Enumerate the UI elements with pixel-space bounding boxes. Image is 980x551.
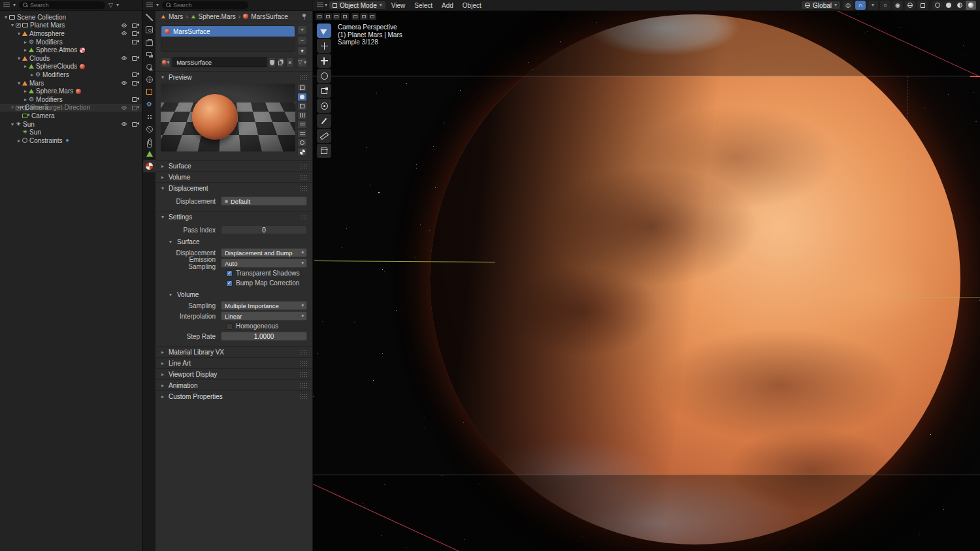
panel-header-preview[interactable]: ▾ Preview <box>155 71 312 82</box>
tab-particles[interactable] <box>143 110 155 123</box>
editor-type-dropdown-icon[interactable]: ▾ <box>156 3 159 8</box>
preview-checker-button[interactable] <box>297 148 307 156</box>
slot-specials-button[interactable]: ▾ <box>297 46 307 55</box>
tree-row-modifiers[interactable]: ▸ ⚙ Modifiers <box>0 38 142 46</box>
shading-wireframe-button[interactable] <box>932 1 943 10</box>
cursor-tool[interactable] <box>317 39 331 53</box>
panel-header-settings[interactable]: ▾ Settings <box>155 211 312 222</box>
panel-header-custom-properties[interactable]: ▸ Custom Properties <box>155 390 312 401</box>
tree-row-modifiers[interactable]: ▸ ⚙ Modifiers <box>0 71 142 79</box>
checkbox-checked[interactable]: ✓ <box>226 280 233 287</box>
camera-render-icon[interactable] <box>132 97 139 102</box>
transform-tool[interactable] <box>317 99 331 113</box>
widget-button[interactable] <box>368 13 376 20</box>
breadcrumb-object[interactable]: Mars <box>169 13 183 20</box>
tab-physics[interactable] <box>143 123 155 135</box>
outliner-search-input[interactable] <box>30 2 101 8</box>
tree-row-scene-collection[interactable]: ▾ Scene Collection <box>0 13 142 22</box>
preview-flat-button[interactable] <box>297 84 307 92</box>
mode-dropdown[interactable]: Object Mode ▾ <box>329 1 386 10</box>
subpanel-volume[interactable]: ▾ Volume <box>167 290 312 300</box>
tree-row-camera-data[interactable]: Camera <box>0 112 142 120</box>
material-filter-button[interactable]: ▽ ▾ <box>297 57 307 67</box>
grip-icon[interactable] <box>300 214 308 219</box>
preview-fluid-button[interactable] <box>297 129 307 138</box>
editor-type-dropdown-icon[interactable]: ▾ <box>325 3 327 8</box>
remove-slot-button[interactable]: − <box>297 36 307 45</box>
menu-select[interactable]: Select <box>410 2 436 9</box>
tab-view-layer[interactable] <box>143 48 155 61</box>
preview-hair-button[interactable] <box>297 111 307 119</box>
subpanel-surface[interactable]: ▾ Surface <box>167 237 312 247</box>
tree-row-sun-data[interactable]: ☀ Sun <box>0 128 142 136</box>
pass-index-field[interactable]: 0 <box>221 225 307 234</box>
checkbox-checked[interactable]: ✓ <box>226 270 233 277</box>
tab-constraints[interactable] <box>143 135 155 148</box>
disclosure-icon[interactable]: ▸ <box>22 39 29 45</box>
preview-sphere-button[interactable] <box>297 93 307 101</box>
panel-header-viewport-display[interactable]: ▸ Viewport Display <box>155 368 312 379</box>
grip-icon[interactable] <box>300 360 308 366</box>
proportional-edit-button[interactable]: ○ <box>880 1 890 10</box>
transform-orientation-dropdown[interactable]: Global ▾ <box>801 1 841 10</box>
new-material-button[interactable] <box>278 57 285 67</box>
camera-render-icon[interactable] <box>132 72 139 77</box>
xray-button[interactable] <box>917 1 928 10</box>
breadcrumb-mesh[interactable]: Sphere.Mars <box>199 13 236 20</box>
tree-row-sphere-mars[interactable]: ▸ Sphere.Mars <box>0 87 142 95</box>
disclosure-icon[interactable]: ▾ <box>16 55 22 61</box>
disclosure-icon[interactable]: ▸ <box>29 72 35 78</box>
select-box-tool[interactable] <box>317 24 331 38</box>
tree-row-modifiers[interactable]: ▸ ⚙ Modifiers <box>0 95 142 104</box>
widget-button[interactable] <box>341 13 349 20</box>
unlink-material-button[interactable]: × <box>286 57 293 67</box>
grip-icon[interactable] <box>300 185 308 191</box>
menu-add[interactable]: Add <box>438 2 457 9</box>
grip-icon[interactable] <box>300 394 308 399</box>
disclosure-icon[interactable]: ▸ <box>16 138 22 144</box>
interpolation-dropdown[interactable]: Linear ▾ <box>221 311 307 321</box>
checkbox-unchecked[interactable] <box>226 323 233 330</box>
disclosure-icon[interactable]: ▸ <box>22 97 29 102</box>
properties-search[interactable] <box>162 1 248 9</box>
step-rate-slider[interactable]: 1.0000 <box>221 332 307 341</box>
panel-header-volume[interactable]: ▸ Volume <box>155 171 312 182</box>
disclosure-icon[interactable]: ▸ <box>22 88 29 94</box>
preview-cube-button[interactable] <box>297 102 307 110</box>
camera-render-icon[interactable] <box>132 31 139 36</box>
transparent-shadows-row[interactable]: ✓ Transparent Shadows <box>226 269 307 277</box>
editor-type-dropdown-icon[interactable]: ▾ <box>13 3 16 8</box>
tab-object-data[interactable] <box>143 148 155 160</box>
tab-modifiers[interactable]: ⚙ <box>143 98 155 110</box>
grip-icon[interactable] <box>300 174 308 180</box>
breadcrumb-material[interactable]: MarsSurface <box>251 13 288 20</box>
mars-planet[interactable] <box>430 14 960 544</box>
properties-search-input[interactable] <box>173 2 244 8</box>
eye-icon[interactable] <box>121 80 127 86</box>
tree-row-atmosphere[interactable]: ▾ Atmosphere <box>0 29 142 38</box>
add-cube-tool[interactable] <box>317 144 331 158</box>
measure-tool[interactable] <box>317 129 331 143</box>
add-slot-button[interactable]: + <box>297 25 307 35</box>
preview-cloth-button[interactable] <box>297 120 307 129</box>
tree-row-sphere-atmos[interactable]: ▸ Sphere.Atmos <box>0 46 142 54</box>
outliner-editor-type-icon[interactable] <box>3 3 10 8</box>
material-slot-list[interactable]: MarsSurface <box>161 25 295 52</box>
gizmos-button[interactable]: ◉ <box>892 1 903 10</box>
panel-header-surface[interactable]: ▸ Surface <box>155 160 312 171</box>
tree-row-planet-mars[interactable]: ▾ ✓ Planet Mars <box>0 22 142 30</box>
grip-icon[interactable] <box>300 383 308 388</box>
outliner-search[interactable] <box>19 1 105 9</box>
widget-button[interactable] <box>351 13 359 20</box>
disclosure-icon[interactable]: ▾ <box>16 31 22 37</box>
panel-header-displacement[interactable]: ▾ Displacement <box>155 182 312 193</box>
properties-editor-type-icon[interactable] <box>146 3 153 8</box>
menu-object[interactable]: Object <box>459 2 485 9</box>
shading-material-button[interactable] <box>955 1 965 10</box>
camera-render-icon[interactable] <box>132 23 139 28</box>
tab-world[interactable] <box>143 73 155 86</box>
camera-render-icon[interactable] <box>132 55 139 61</box>
tree-row-clouds[interactable]: ▾ Clouds <box>0 54 142 63</box>
eye-icon[interactable] <box>121 55 127 61</box>
scale-tool[interactable] <box>317 84 331 98</box>
